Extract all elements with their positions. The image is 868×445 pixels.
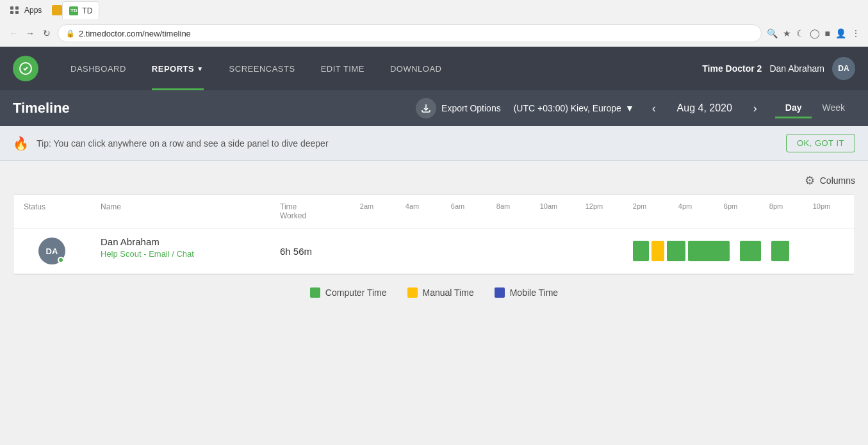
time-8am: 8am <box>480 202 526 210</box>
prev-date-button[interactable]: ‹ <box>647 99 661 118</box>
time-8pm: 8pm <box>753 202 799 210</box>
time-worked-column-header: Time Worked <box>270 195 334 228</box>
columns-button[interactable]: ⚙ Columns <box>805 174 855 188</box>
computer-time-bar-4 <box>740 241 761 261</box>
timeline-track <box>334 229 855 273</box>
fire-icon: 🔥 <box>13 136 29 151</box>
puzzle-icon[interactable]: ■ <box>825 28 830 38</box>
avatar-initials: DA <box>46 247 58 256</box>
export-label: Export Options <box>441 103 501 113</box>
browser-tabs: Apps TD TD <box>0 0 868 20</box>
nav-reports[interactable]: REPORTS ▼ <box>139 47 217 90</box>
user-profile-icon[interactable]: 👤 <box>835 28 846 38</box>
time-10pm: 10pm <box>799 202 844 210</box>
computer-time-bar-1 <box>633 241 648 261</box>
browser-actions: 🔍 ★ ☾ ◯ ■ 👤 ⋮ <box>767 28 860 38</box>
time-6am: 6am <box>435 202 480 210</box>
manual-time-bar <box>651 241 664 261</box>
table-row[interactable]: DA Dan Abraham Help Scout - Email / Chat… <box>13 229 855 274</box>
time-4pm: 4pm <box>662 202 708 210</box>
refresh-button[interactable]: ↻ <box>41 28 53 39</box>
time-4am: 4am <box>389 202 435 210</box>
week-view-button[interactable]: Week <box>812 99 855 118</box>
time-axis-header: 2am 4am 6am 8am 10am 12pm 2pm 4pm 6pm 8p… <box>334 195 855 228</box>
gear-icon: ⚙ <box>805 174 815 188</box>
view-toggle: Day Week <box>775 99 855 118</box>
computer-time-label: Computer Time <box>325 287 387 298</box>
legend-manual-time: Manual Time <box>407 287 474 298</box>
avatar: DA <box>38 238 65 264</box>
legend-computer-time: Computer Time <box>310 287 387 298</box>
nav-edit-time[interactable]: EDIT TIME <box>308 47 377 90</box>
menu-icon[interactable]: ⋮ <box>851 28 860 38</box>
browser-tab[interactable]: TD TD <box>62 1 99 19</box>
computer-time-bar-5 <box>771 241 789 261</box>
time-10am: 10am <box>526 202 571 210</box>
day-view-button[interactable]: Day <box>775 99 812 118</box>
timezone-dropdown-icon: ▼ <box>625 103 634 113</box>
apps-area: Apps <box>5 6 47 15</box>
name-cell: Dan Abraham Help Scout - Email / Chat <box>90 229 270 273</box>
legend: Computer Time Manual Time Mobile Time <box>13 275 855 311</box>
manual-time-legend-box <box>407 287 418 298</box>
mobile-time-legend-box <box>495 287 505 298</box>
time-worked-value: 6h 56m <box>280 246 312 257</box>
app-header: DASHBOARD REPORTS ▼ SCREENCASTS EDIT TIM… <box>0 47 868 90</box>
computer-time-bar-3 <box>688 241 730 261</box>
tip-text: Tip: You can click anywhere on a row and… <box>37 138 778 149</box>
apps-label[interactable]: Apps <box>24 6 42 15</box>
status-cell: DA <box>13 229 90 273</box>
timezone-selector[interactable]: (UTC +03:00) Kiev, Europe ▼ <box>514 103 634 113</box>
header-right: Time Doctor 2 Dan Abraham DA <box>702 57 855 80</box>
main-nav: DASHBOARD REPORTS ▼ SCREENCASTS EDIT TIM… <box>58 47 702 90</box>
address-bar[interactable]: 🔒 2.timedoctor.com/new/timeline <box>58 24 762 42</box>
time-worked-cell: 6h 56m <box>270 229 334 273</box>
browser-toolbar: ← → ↻ 🔒 2.timedoctor.com/new/timeline 🔍 … <box>0 20 868 46</box>
computer-time-legend-box <box>310 287 320 298</box>
clock-icon[interactable]: ◯ <box>810 28 820 38</box>
nav-download[interactable]: DOWNLOAD <box>377 47 455 90</box>
online-status-dot <box>58 257 64 263</box>
current-date: Aug 4, 2020 <box>666 102 743 114</box>
back-button[interactable]: ← <box>8 28 19 39</box>
moon-icon[interactable]: ☾ <box>796 28 805 38</box>
user-name: Dan Abraham <box>101 236 160 247</box>
export-options-button[interactable]: Export Options <box>416 98 501 118</box>
next-date-button[interactable]: › <box>748 99 762 118</box>
export-cloud-icon <box>416 98 436 118</box>
subtitle-bar: Timeline Export Options (UTC +03:00) Kie… <box>0 90 868 126</box>
legend-mobile-time: Mobile Time <box>495 287 558 298</box>
search-icon[interactable]: 🔍 <box>767 28 778 38</box>
url-text: 2.timedoctor.com/new/timeline <box>79 29 191 38</box>
time-2pm: 2pm <box>617 202 662 210</box>
columns-label: Columns <box>820 175 855 186</box>
time-2am: 2am <box>344 202 389 210</box>
date-navigation: ‹ Aug 4, 2020 › <box>647 99 762 118</box>
tab-favicon: TD <box>69 6 78 15</box>
apps-grid-icon <box>10 6 19 14</box>
timeline-table: Status Name Time Worked 2am 4am 6am 8am … <box>13 194 855 275</box>
lock-icon: 🔒 <box>66 29 75 38</box>
manual-time-label: Manual Time <box>423 287 474 298</box>
computer-time-bar-2 <box>667 241 685 261</box>
tab-label: TD <box>82 6 92 15</box>
star-icon[interactable]: ★ <box>783 28 791 38</box>
timeline-cell[interactable] <box>334 229 855 273</box>
user-avatar[interactable]: DA <box>832 57 855 80</box>
app-logo <box>13 56 38 81</box>
page-title: Timeline <box>13 100 403 117</box>
table-header: Status Name Time Worked 2am 4am 6am 8am … <box>13 195 855 229</box>
nav-dashboard[interactable]: DASHBOARD <box>58 47 139 90</box>
ok-got-it-button[interactable]: OK, GOT IT <box>786 134 855 152</box>
reports-dropdown-arrow: ▼ <box>197 65 203 72</box>
time-bars <box>334 241 855 261</box>
mobile-time-label: Mobile Time <box>510 287 558 298</box>
tip-bar: 🔥 Tip: You can click anywhere on a row a… <box>0 126 868 161</box>
nav-screencasts[interactable]: SCREENCASTS <box>217 47 308 90</box>
time-12pm: 12pm <box>571 202 617 210</box>
status-column-header: Status <box>13 195 90 228</box>
time-axis: 2am 4am 6am 8am 10am 12pm 2pm 4pm 6pm 8p… <box>344 202 844 210</box>
forward-button[interactable]: → <box>24 28 36 39</box>
header-username: Dan Abraham <box>769 63 824 74</box>
header-app-name: Time Doctor 2 <box>702 63 762 74</box>
